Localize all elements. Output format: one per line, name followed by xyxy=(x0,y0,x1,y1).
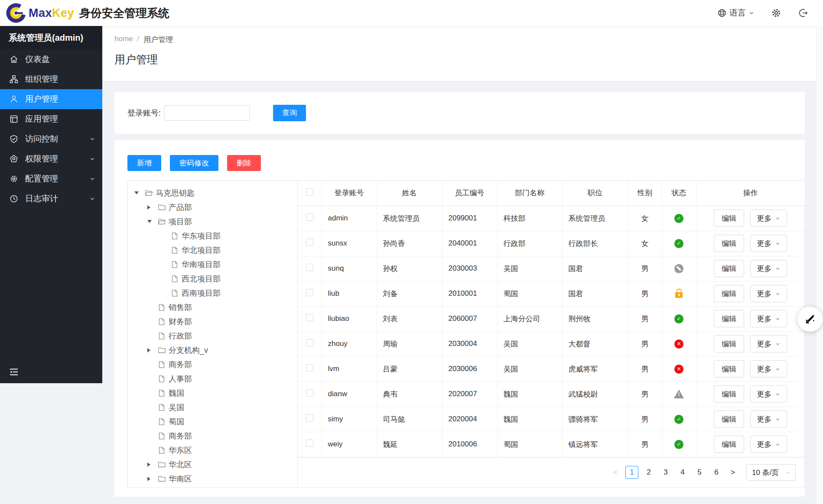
edit-button[interactable]: 编辑 xyxy=(714,310,744,327)
tree-node-label: 行政部 xyxy=(169,331,192,341)
tree-node[interactable]: 华北区 xyxy=(128,457,297,472)
more-button[interactable]: 更多 xyxy=(750,310,787,327)
tree-node[interactable]: 项目部 xyxy=(128,214,297,229)
cell-status: ✕ xyxy=(662,356,696,381)
pagination-page-5[interactable]: 5 xyxy=(693,466,706,479)
tree-node[interactable]: 西南项目部 xyxy=(128,286,297,300)
pagination-next[interactable]: > xyxy=(727,466,739,479)
tree-node[interactable]: 行政部 xyxy=(128,329,297,343)
chevron-down-icon xyxy=(775,266,781,271)
caret-right-icon[interactable] xyxy=(147,477,150,481)
tree-node[interactable]: 商务部 xyxy=(128,357,297,372)
edit-button[interactable]: 编辑 xyxy=(714,285,744,302)
tree-node[interactable]: 销售部 xyxy=(128,300,297,314)
tree-node[interactable]: 产品部 xyxy=(128,200,297,214)
select-all-checkbox[interactable] xyxy=(306,188,313,196)
row-checkbox[interactable] xyxy=(306,339,313,346)
scrollbar[interactable] xyxy=(816,26,823,504)
row-checkbox[interactable] xyxy=(306,414,313,422)
sidebar-item-app[interactable]: 应用管理 xyxy=(0,109,102,129)
settings-button[interactable] xyxy=(771,8,781,18)
tree-node[interactable]: 华东区 xyxy=(128,443,297,457)
row-checkbox[interactable] xyxy=(306,264,313,271)
table-row: lvm吕蒙2030006吴国虎威将军男✕编辑更多 xyxy=(298,356,805,381)
edit-button[interactable]: 编辑 xyxy=(714,410,744,428)
pagination-prev[interactable]: < xyxy=(609,466,621,479)
tree-node[interactable]: 华东项目部 xyxy=(128,229,297,243)
tree-node[interactable]: 分支机构_v xyxy=(128,343,297,357)
more-button[interactable]: 更多 xyxy=(750,436,787,453)
query-button[interactable]: 查询 xyxy=(273,105,306,121)
more-button[interactable]: 更多 xyxy=(750,335,787,352)
caret-right-icon[interactable] xyxy=(147,205,150,210)
more-button[interactable]: 更多 xyxy=(750,235,787,252)
logout-button[interactable] xyxy=(798,8,808,18)
pagination-page-2[interactable]: 2 xyxy=(642,466,655,479)
sidebar-item-dashboard[interactable]: 仪表盘 xyxy=(0,49,102,69)
tree-node[interactable]: 蜀国 xyxy=(128,414,297,429)
delete-button[interactable]: 删除 xyxy=(227,155,261,171)
language-menu[interactable]: 语言 xyxy=(717,7,755,19)
menu-fold-icon xyxy=(9,367,19,377)
sidebar-item-permission[interactable]: 权限管理 xyxy=(0,149,102,169)
row-checkbox[interactable] xyxy=(306,289,313,296)
tree-node[interactable]: 商务部 xyxy=(128,429,297,443)
tree-node[interactable]: 华南项目部 xyxy=(128,257,297,271)
add-button[interactable]: 新增 xyxy=(127,155,161,171)
tree-node[interactable]: 华北项目部 xyxy=(128,243,297,257)
tree-node[interactable]: 吴国 xyxy=(128,400,297,414)
row-checkbox[interactable] xyxy=(306,439,313,447)
tree-node[interactable]: 财务部 xyxy=(128,314,297,329)
sidebar-item-access[interactable]: 访问控制 xyxy=(0,129,102,149)
row-checkbox[interactable] xyxy=(306,314,313,321)
tree-node-label: 华北项目部 xyxy=(182,245,221,255)
tree-node[interactable]: 华南区 xyxy=(128,472,297,486)
pagination-page-3[interactable]: 3 xyxy=(659,466,672,479)
edit-button[interactable]: 编辑 xyxy=(714,360,744,378)
sidebar-item-config[interactable]: 配置管理 xyxy=(0,169,102,189)
row-checkbox[interactable] xyxy=(306,213,313,221)
pagination-page-4[interactable]: 4 xyxy=(676,466,689,479)
change-password-button[interactable]: 密码修改 xyxy=(170,155,218,171)
tree-node[interactable]: 人事部 xyxy=(128,372,297,386)
status-inactive-icon: ✕ xyxy=(674,339,683,349)
magic-wand-fab[interactable] xyxy=(797,307,823,332)
sidebar-item-audit[interactable]: 日志审计 xyxy=(0,189,102,209)
row-checkbox[interactable] xyxy=(306,364,313,372)
more-button[interactable]: 更多 xyxy=(750,285,787,302)
cell-status: ✓ xyxy=(662,407,696,432)
caret-down-icon[interactable] xyxy=(134,191,139,194)
edit-button[interactable]: 编辑 xyxy=(714,436,744,453)
tree-node[interactable]: 魏国 xyxy=(128,386,297,400)
row-checkbox[interactable] xyxy=(306,389,313,397)
tree-node[interactable]: 西北项目部 xyxy=(128,271,297,286)
caret-right-icon[interactable] xyxy=(147,462,150,467)
chevron-down-icon xyxy=(775,417,781,422)
edit-button[interactable]: 编辑 xyxy=(714,210,744,227)
more-button[interactable]: 更多 xyxy=(750,410,787,428)
more-button[interactable]: 更多 xyxy=(750,385,787,403)
pagination-page-1[interactable]: 1 xyxy=(625,466,638,479)
breadcrumb-home[interactable]: home xyxy=(114,35,133,45)
page-size-select[interactable]: 10 条/页 xyxy=(746,464,796,481)
cell-employee-no: 2030006 xyxy=(442,356,497,381)
status-active-icon: ✓ xyxy=(674,239,683,248)
edit-button[interactable]: 编辑 xyxy=(714,385,744,403)
tree-node[interactable]: 马克思钥匙 xyxy=(128,186,297,200)
cell-position: 系统管理员 xyxy=(562,206,628,231)
menu-fold-button[interactable] xyxy=(9,367,19,377)
pagination-page-6[interactable]: 6 xyxy=(710,466,723,479)
more-button[interactable]: 更多 xyxy=(750,210,787,227)
edit-button[interactable]: 编辑 xyxy=(714,335,744,352)
edit-button[interactable]: 编辑 xyxy=(714,235,744,252)
more-button[interactable]: 更多 xyxy=(750,260,787,277)
sidebar-item-user[interactable]: 用户管理 xyxy=(0,89,102,109)
sidebar-item-org[interactable]: 组织管理 xyxy=(0,69,102,89)
file-icon xyxy=(158,360,166,369)
caret-right-icon[interactable] xyxy=(147,348,150,352)
login-account-input[interactable] xyxy=(164,105,250,121)
caret-down-icon[interactable] xyxy=(147,220,152,223)
edit-button[interactable]: 编辑 xyxy=(714,260,744,277)
more-button[interactable]: 更多 xyxy=(750,360,787,378)
row-checkbox[interactable] xyxy=(306,239,313,246)
